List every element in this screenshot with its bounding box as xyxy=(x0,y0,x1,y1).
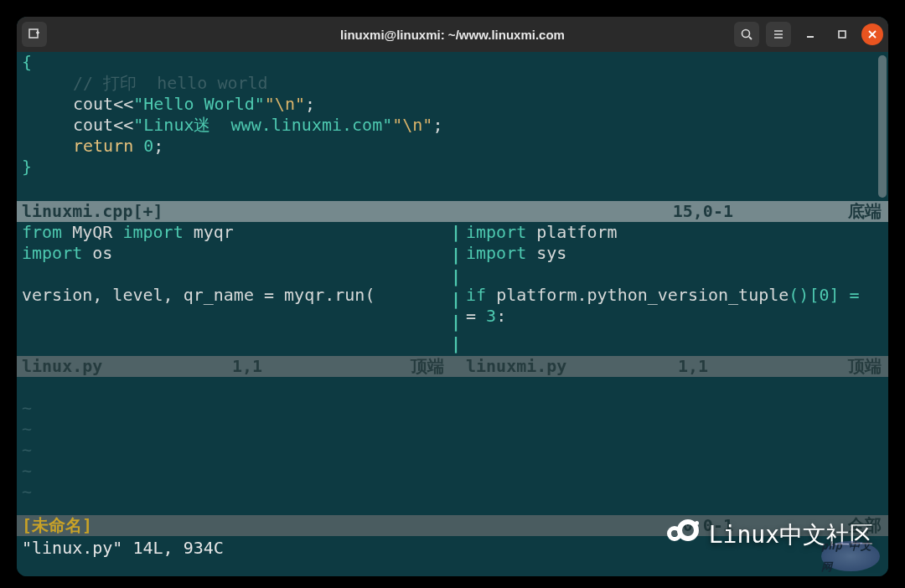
code-text: platform.python_version_tuple xyxy=(486,285,789,305)
vim-statusbar-top: linuxmi.cpp [+] 15,0-1 底端 xyxy=(17,201,888,222)
code-string: "Hello World" xyxy=(133,94,265,114)
code-text: ; xyxy=(432,115,442,135)
svg-point-3 xyxy=(742,30,750,38)
svg-rect-9 xyxy=(839,31,846,38)
code-escape: "\n" xyxy=(265,94,305,114)
vim-statusbar-right: linuxmi.py 1,1 顶端 xyxy=(461,356,888,377)
status-position: 0,0-1 xyxy=(683,515,733,536)
terminal-window: linuxmi@linuxmi: ~/www.linuxmi.com { xyxy=(17,17,888,576)
vim-command-line[interactable]: "linux.py" 14L, 934C xyxy=(17,536,888,560)
code-keyword: return xyxy=(73,136,133,156)
code-text: os xyxy=(82,243,112,263)
vim-split-middle: from MyQR import myqr import os version,… xyxy=(17,222,888,356)
empty-line-tilde: ~ xyxy=(22,482,883,503)
code-text: ; xyxy=(305,94,315,114)
vim-pane-right[interactable]: import platform import sys if platform.p… xyxy=(461,222,888,356)
vim-pane-left[interactable]: from MyQR import myqr import os version,… xyxy=(17,222,451,356)
empty-line-tilde: ~ xyxy=(22,461,883,482)
status-filename: linuxmi.cpp xyxy=(22,201,132,222)
menu-button[interactable] xyxy=(766,22,791,47)
code-text xyxy=(466,327,883,348)
code-text: MyQR xyxy=(62,222,122,242)
code-keyword: import xyxy=(22,243,82,263)
status-location: 全部 xyxy=(848,515,882,536)
code-text: : xyxy=(496,306,506,326)
code-number: 3 xyxy=(486,306,496,326)
code-comment: // 打印 hello world xyxy=(73,73,268,93)
vim-pane-top[interactable]: { // 打印 hello world cout<<"Hello World""… xyxy=(17,52,888,201)
vim-statusbar-left: linux.py 1,1 顶端 xyxy=(17,356,451,377)
php-badge: php 中文网 xyxy=(821,541,880,571)
code-keyword: if xyxy=(466,285,486,305)
status-position: 1,1 xyxy=(232,356,262,377)
svg-line-4 xyxy=(749,37,752,39)
code-escape: "\n" xyxy=(392,115,432,135)
code-string: "Linux迷 www.linuxmi.com" xyxy=(133,115,392,135)
code-number: 0 xyxy=(819,285,829,305)
vim-statusbar-middle-row: linux.py 1,1 顶端 linuxmi.py 1,1 顶端 xyxy=(17,356,888,377)
code-keyword: import xyxy=(122,222,183,242)
empty-line-tilde: ~ xyxy=(22,440,883,461)
status-position: 15,0-1 xyxy=(673,201,733,222)
vim-pane-bottom[interactable]: ~ ~ ~ ~ ~ xyxy=(17,377,888,515)
code-text: cout<< xyxy=(73,94,133,114)
new-tab-button[interactable] xyxy=(22,22,47,47)
status-location: 顶端 xyxy=(411,356,444,377)
command-text: "linux.py" 14L, 934C xyxy=(22,538,224,559)
empty-line-tilde: ~ xyxy=(22,398,883,419)
code-keyword: from xyxy=(22,222,62,242)
svg-rect-0 xyxy=(29,29,38,38)
code-text xyxy=(22,306,446,327)
code-text: } xyxy=(22,157,32,177)
code-keyword: import xyxy=(466,243,526,263)
code-text xyxy=(22,327,446,348)
terminal-body[interactable]: { // 打印 hello world cout<<"Hello World""… xyxy=(17,52,888,576)
code-text: ] = xyxy=(830,285,860,305)
code-text: myqr xyxy=(184,222,234,242)
status-position: 1,1 xyxy=(678,356,708,377)
code-keyword: import xyxy=(466,222,526,242)
vim-statusbar-bottom: [未命名] 0,0-1 全部 xyxy=(17,515,888,536)
code-text: ; xyxy=(153,136,163,156)
status-modified: [+] xyxy=(132,201,163,222)
empty-line-tilde: ~ xyxy=(22,419,883,440)
code-number: 0 xyxy=(143,136,153,156)
close-button[interactable] xyxy=(861,23,883,45)
code-text: sys xyxy=(526,243,566,263)
search-button[interactable] xyxy=(734,22,759,47)
status-filename: linuxmi.py xyxy=(466,356,566,377)
code-text: version, level, qr_name = myqr.run( xyxy=(22,285,375,305)
status-location: 顶端 xyxy=(848,356,882,377)
maximize-button[interactable] xyxy=(830,22,855,47)
code-text: = xyxy=(466,306,486,326)
status-filename: linux.py xyxy=(22,356,102,377)
code-text: platform xyxy=(526,222,617,242)
code-text: cout<< xyxy=(73,115,133,135)
status-location: 底端 xyxy=(848,201,882,222)
minimize-button[interactable] xyxy=(798,22,823,47)
split-divider[interactable]: |||||| xyxy=(451,222,461,356)
code-text: ()[ xyxy=(789,285,819,305)
titlebar: linuxmi@linuxmi: ~/www.linuxmi.com xyxy=(17,17,888,52)
status-filename: [未命名] xyxy=(22,515,92,536)
code-text: { xyxy=(22,52,32,72)
